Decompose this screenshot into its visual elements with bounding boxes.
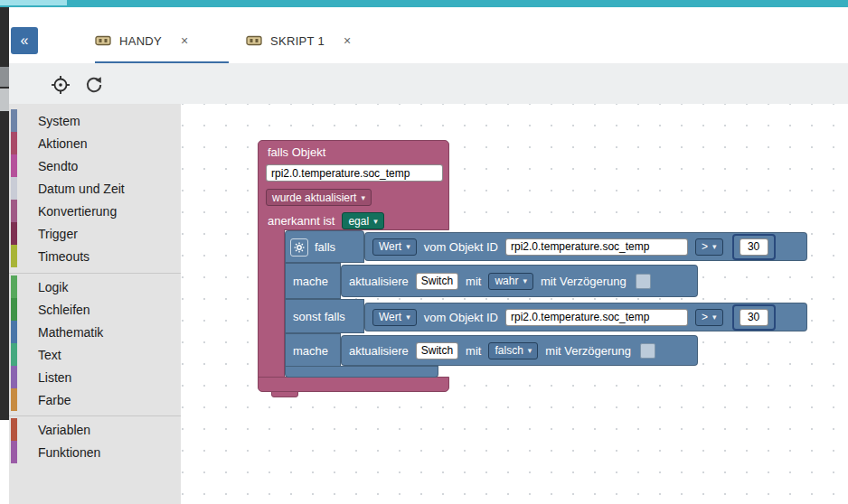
tab-handy[interactable]: HANDY × xyxy=(95,7,229,63)
category-schleifen[interactable]: Schleifen xyxy=(9,298,181,321)
do-label: mache xyxy=(293,275,328,288)
operator-dropdown[interactable]: > ▾ xyxy=(695,238,723,256)
category-label: Logik xyxy=(38,280,68,294)
number-block[interactable]: 30 xyxy=(732,234,776,260)
category-farbe[interactable]: Farbe xyxy=(9,388,181,411)
category-color-strip xyxy=(11,418,17,441)
category-label: Text xyxy=(38,348,61,362)
value-dropdown[interactable]: wahr ▾ xyxy=(488,273,533,290)
tab-skript-1[interactable]: SKRIPT 1 × xyxy=(246,7,372,63)
blockly-script-editor: « HANDY × SKRIPT 1 × xyxy=(0,0,848,504)
category-funktionen[interactable]: Funktionen xyxy=(9,441,181,463)
category-color-strip xyxy=(11,200,17,222)
crosshair-icon xyxy=(51,75,71,95)
dropdown-arrow-icon: ▾ xyxy=(712,313,717,322)
dropdown-arrow-icon: ▾ xyxy=(373,217,378,226)
category-color-strip xyxy=(11,154,17,177)
blockly-script-icon xyxy=(246,35,262,46)
if-block-header[interactable]: falls xyxy=(285,230,364,263)
close-tab-icon[interactable]: × xyxy=(181,33,188,48)
drawer-edge-segment xyxy=(0,89,9,111)
category-timeouts[interactable]: Timeouts xyxy=(9,245,181,267)
dropdown-arrow-icon: ▾ xyxy=(523,276,527,285)
dropdown-arrow-icon: ▾ xyxy=(712,242,717,251)
center-view-button[interactable] xyxy=(50,74,71,96)
refresh-button[interactable] xyxy=(83,74,105,96)
mutator-button[interactable] xyxy=(290,238,308,257)
category-color-strip xyxy=(11,298,17,321)
category-listen[interactable]: Listen xyxy=(9,366,181,388)
category-system[interactable]: System xyxy=(9,109,181,132)
delay-checkbox[interactable] xyxy=(636,274,651,289)
category-mathematik[interactable]: Mathematik xyxy=(9,321,181,343)
if-block-do2-spine[interactable]: mache xyxy=(285,333,341,368)
number-field[interactable]: 30 xyxy=(740,238,768,256)
category-text[interactable]: Text xyxy=(9,343,181,366)
object-id-field[interactable]: rpi2.0.temperature.soc_temp xyxy=(505,309,688,326)
trigger-block-spine[interactable] xyxy=(258,229,285,378)
set-state-verb: aktualisiere xyxy=(349,344,409,358)
top-accent-bar xyxy=(0,0,848,7)
category-color-strip xyxy=(11,388,17,411)
trigger-block-foot xyxy=(271,391,298,397)
do2-label: mache xyxy=(293,344,328,358)
category-sendto[interactable]: Sendto xyxy=(9,154,181,177)
if-block-do-spine[interactable]: mache xyxy=(285,263,341,299)
dropdown-value: wurde aktualisiert xyxy=(272,191,356,204)
trigger-block-title: falls Objekt xyxy=(268,145,325,159)
ack-label: anerkannt ist xyxy=(268,214,334,228)
category-variablen[interactable]: Variablen xyxy=(9,418,181,441)
left-drawer-edge xyxy=(0,7,9,420)
close-tab-icon[interactable]: × xyxy=(344,33,351,48)
collapse-panel-button[interactable]: « xyxy=(11,27,38,54)
category-aktionen[interactable]: Aktionen xyxy=(9,132,181,154)
category-label: Trigger xyxy=(38,227,78,241)
category-label: Schleifen xyxy=(38,303,90,317)
number-field[interactable]: 30 xyxy=(740,309,768,326)
operator-dropdown[interactable]: > ▾ xyxy=(695,309,723,326)
value-selector-dropdown[interactable]: Wert ▾ xyxy=(372,238,417,256)
refresh-icon xyxy=(84,75,104,95)
set-state-block[interactable]: aktualisiere Switch mit wahr ▾ mit Verzö… xyxy=(341,265,698,297)
delay-checkbox[interactable] xyxy=(640,343,655,359)
tab-label: SKRIPT 1 xyxy=(270,34,325,48)
category-color-strip xyxy=(11,177,17,200)
category-label: Listen xyxy=(38,370,71,385)
sidebar-separator xyxy=(9,273,181,274)
value-selector-dropdown[interactable]: Wert ▾ xyxy=(372,309,417,326)
category-label: Farbe xyxy=(38,393,71,407)
category-trigger[interactable]: Trigger xyxy=(9,222,181,245)
category-color-strip xyxy=(11,109,17,132)
block-category-sidebar: System Aktionen Sendto Datum und Zeit Ko… xyxy=(9,104,181,504)
if-block-elseif-row[interactable]: sonst falls xyxy=(285,299,364,333)
delay-label: mit Verzögerung xyxy=(541,275,627,288)
category-konvertierung[interactable]: Konvertierung xyxy=(9,200,181,222)
blockly-workspace[interactable]: falls Objekt rpi2.0.temperature.soc_temp… xyxy=(181,104,848,504)
category-logik[interactable]: Logik xyxy=(9,275,181,298)
if-block-bottom[interactable] xyxy=(285,366,438,378)
value-dropdown[interactable]: falsch ▾ xyxy=(488,342,538,359)
elseif-label: sonst falls xyxy=(293,310,345,323)
trigger-object-id-field[interactable]: rpi2.0.temperature.soc_temp xyxy=(266,164,443,182)
category-label: Mathematik xyxy=(38,325,103,340)
source-label: vom Objekt ID xyxy=(424,240,498,254)
category-label: Variablen xyxy=(38,423,90,437)
trigger-block-bottom[interactable] xyxy=(258,377,449,392)
category-datum-und-zeit[interactable]: Datum und Zeit xyxy=(9,177,181,200)
trigger-ack-row: anerkannt ist egal ▾ xyxy=(268,212,384,229)
object-id-field[interactable]: rpi2.0.temperature.soc_temp xyxy=(505,238,688,256)
trigger-block[interactable]: falls Objekt rpi2.0.temperature.soc_temp… xyxy=(258,140,449,230)
set-state-block[interactable]: aktualisiere Switch mit falsch ▾ mit Ver… xyxy=(341,335,698,366)
condition-block[interactable]: Wert ▾ vom Objekt ID rpi2.0.temperature.… xyxy=(364,232,807,261)
dropdown-value: Wert xyxy=(379,240,401,253)
target-object-field[interactable]: Switch xyxy=(416,342,458,359)
dropdown-value: wahr xyxy=(495,275,518,287)
blockly-script-icon xyxy=(95,35,111,46)
condition-block[interactable]: Wert ▾ vom Objekt ID rpi2.0.temperature.… xyxy=(364,303,807,331)
target-object-field[interactable]: Switch xyxy=(416,273,458,290)
number-block[interactable]: 30 xyxy=(732,304,776,331)
dropdown-arrow-icon: ▾ xyxy=(406,313,410,322)
trigger-event-dropdown[interactable]: wurde aktualisiert ▾ xyxy=(266,189,372,206)
drawer-edge-segment xyxy=(0,67,9,87)
ack-dropdown[interactable]: egal ▾ xyxy=(342,212,383,229)
